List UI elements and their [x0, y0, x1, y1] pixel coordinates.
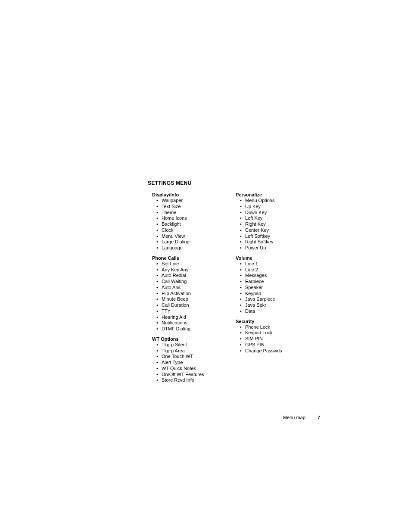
list-item: Left Key — [245, 215, 300, 221]
list-item: Large Dialing — [162, 239, 217, 245]
list-item: Left Softkey — [245, 233, 300, 240]
list-item: Messages — [245, 273, 300, 279]
list-item: Center Key — [245, 227, 300, 233]
list-item: Backlight — [162, 221, 217, 227]
list-item: Keypad — [245, 291, 300, 297]
list-item: Up Key — [245, 204, 300, 210]
columns-container: Display/Info Wallpaper Text Size Theme H… — [148, 192, 320, 388]
list-item: Hearing Aid — [162, 314, 217, 320]
section-security: Security Phone Lock Keypad Lock SIM PIN … — [231, 319, 300, 354]
list-item: GPS PIN — [245, 342, 300, 348]
list-item: Menu Options — [245, 198, 300, 204]
list-item: Wallpaper — [162, 198, 217, 204]
section-list: Wallpaper Text Size Theme Home Icons Bac… — [148, 198, 217, 251]
list-item: One Touch WT — [162, 354, 217, 360]
list-item: Alert Type — [162, 360, 217, 366]
section-heading: Phone Calls — [152, 255, 217, 261]
list-item: Keypad Lock — [245, 330, 300, 336]
page-content: SETTINGS MENU Display/Info Wallpaper Tex… — [148, 180, 320, 388]
list-item: Theme — [162, 210, 217, 216]
section-phone-calls: Phone Calls Set Line Any Key Ans Auto Re… — [148, 255, 217, 332]
list-item: DTMF Dialing — [162, 326, 217, 332]
list-item: Line 1 — [245, 261, 300, 267]
section-list: Menu Options Up Key Down Key Left Key Ri… — [231, 198, 300, 251]
list-item: Menu View — [162, 233, 217, 240]
column-left: Display/Info Wallpaper Text Size Theme H… — [148, 192, 217, 388]
section-wt-options: WT Options Tkgrp Silent Tkgrp Area One T… — [148, 336, 217, 383]
section-list: Tkgrp Silent Tkgrp Area One Touch WT Ale… — [148, 342, 217, 383]
section-list: Line 1 Line 2 Messages Earpiece Speaker … — [231, 261, 300, 314]
list-item: Tkgrp Area — [162, 348, 217, 354]
page-title: SETTINGS MENU — [148, 180, 320, 186]
list-item: Clock — [162, 227, 217, 233]
section-list: Set Line Any Key Ans Auto Redial Call Wa… — [148, 261, 217, 332]
list-item: Call Waiting — [162, 279, 217, 285]
list-item: Notifications — [162, 320, 217, 326]
list-item: Java Earpiece — [245, 296, 300, 302]
list-item: Language — [162, 245, 217, 251]
list-item: Data — [245, 308, 300, 314]
list-item: Change Passwds — [245, 348, 300, 354]
list-item: Any Key Ans — [162, 267, 217, 273]
list-item: Auto Ans — [162, 285, 217, 291]
list-item: Phone Lock — [245, 324, 300, 330]
list-item: Earpiece — [245, 279, 300, 285]
section-list: Phone Lock Keypad Lock SIM PIN GPS PIN C… — [231, 324, 300, 354]
list-item: On/Off WT Features — [162, 372, 217, 378]
list-item: Speaker — [245, 285, 300, 291]
section-heading: Personalize — [236, 192, 300, 197]
list-item: Java Spkr — [245, 302, 300, 308]
section-heading: Display/Info — [152, 192, 217, 197]
footer-page-number: 7 — [318, 415, 320, 420]
list-item: Store Rcvd Info — [162, 377, 217, 383]
list-item: Right Key — [245, 221, 300, 227]
section-display-info: Display/Info Wallpaper Text Size Theme H… — [148, 192, 217, 251]
list-item: Home Icons — [162, 215, 217, 221]
list-item: Flip Activation — [162, 291, 217, 297]
list-item: Tkgrp Silent — [162, 342, 217, 348]
section-heading: Security — [236, 319, 300, 324]
list-item: Minute Beep — [162, 296, 217, 302]
list-item: SIM PIN — [245, 336, 300, 342]
list-item: Auto Redial — [162, 273, 217, 279]
list-item: Set Line — [162, 261, 217, 267]
list-item: Power Up — [245, 245, 300, 251]
section-heading: WT Options — [152, 336, 217, 342]
section-volume: Volume Line 1 Line 2 Messages Earpiece S… — [231, 255, 300, 314]
section-heading: Volume — [236, 255, 300, 261]
footer-label: Menu map — [283, 415, 305, 420]
list-item: Call Duration — [162, 302, 217, 308]
list-item: Right Softkey — [245, 239, 300, 245]
column-right: Personalize Menu Options Up Key Down Key… — [231, 192, 300, 388]
list-item: Down Key — [245, 210, 300, 216]
section-personalize: Personalize Menu Options Up Key Down Key… — [231, 192, 300, 251]
list-item: Text Size — [162, 204, 217, 210]
page-footer: Menu map 7 — [148, 415, 320, 420]
list-item: Line 2 — [245, 267, 300, 273]
list-item: TTY — [162, 308, 217, 314]
list-item: WT Quick Notes — [162, 366, 217, 372]
